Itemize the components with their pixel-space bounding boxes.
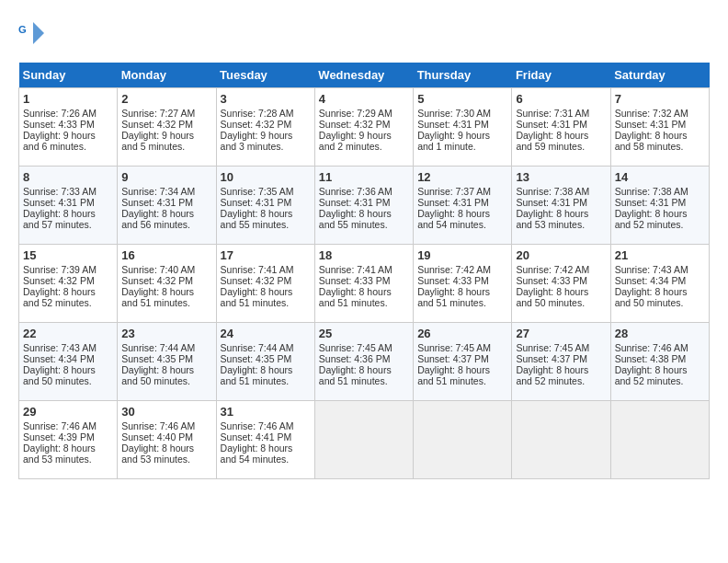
day-header-tuesday: Tuesday	[216, 63, 314, 88]
day-number: 29	[23, 405, 113, 419]
day-header-monday: Monday	[118, 63, 216, 88]
day-number: 28	[615, 327, 705, 340]
day-number: 15	[23, 248, 113, 262]
calendar-cell: 19Sunrise: 7:42 AMSunset: 4:33 PMDayligh…	[414, 245, 512, 323]
calendar-week-2: 8Sunrise: 7:33 AMSunset: 4:31 PMDaylight…	[19, 167, 710, 245]
day-number: 11	[319, 170, 409, 184]
sunrise: Sunrise: 7:31 AM	[516, 108, 589, 119]
daylight: Daylight: 8 hours and 50 minutes.	[23, 364, 96, 386]
day-number: 10	[221, 170, 311, 184]
sunset: Sunset: 4:31 PM	[615, 119, 687, 130]
day-number: 19	[417, 248, 507, 262]
calendar-cell: 17Sunrise: 7:41 AMSunset: 4:32 PMDayligh…	[216, 245, 314, 323]
sunset: Sunset: 4:35 PM	[221, 353, 292, 364]
day-number: 20	[516, 248, 606, 262]
day-number: 2	[121, 92, 211, 106]
sunrise: Sunrise: 7:30 AM	[417, 108, 491, 119]
daylight: Daylight: 8 hours and 55 minutes.	[221, 208, 293, 230]
sunrise: Sunrise: 7:38 AM	[516, 186, 589, 197]
sunset: Sunset: 4:32 PM	[319, 119, 391, 130]
daylight: Daylight: 8 hours and 51 minutes.	[221, 364, 293, 386]
daylight: Daylight: 8 hours and 51 minutes.	[417, 286, 490, 308]
calendar-cell: 9Sunrise: 7:34 AMSunset: 4:31 PMDaylight…	[118, 167, 216, 245]
calendar-cell: 3Sunrise: 7:28 AMSunset: 4:32 PMDaylight…	[216, 88, 314, 167]
sunset: Sunset: 4:31 PM	[417, 119, 489, 130]
sunset: Sunset: 4:34 PM	[615, 275, 687, 286]
sunrise: Sunrise: 7:33 AM	[23, 186, 97, 197]
sunset: Sunset: 4:39 PM	[23, 431, 95, 442]
sunrise: Sunrise: 7:44 AM	[221, 342, 294, 353]
day-number: 21	[615, 248, 705, 262]
sunrise: Sunrise: 7:35 AM	[221, 186, 294, 197]
sunrise: Sunrise: 7:46 AM	[615, 342, 688, 353]
sunset: Sunset: 4:37 PM	[417, 353, 489, 364]
daylight: Daylight: 8 hours and 54 minutes.	[221, 442, 293, 465]
day-number: 3	[221, 92, 311, 106]
calendar-cell: 13Sunrise: 7:38 AMSunset: 4:31 PMDayligh…	[512, 167, 610, 245]
day-number: 24	[221, 327, 311, 340]
sunrise: Sunrise: 7:45 AM	[516, 342, 589, 353]
day-number: 30	[121, 405, 211, 419]
sunset: Sunset: 4:35 PM	[121, 353, 193, 364]
sunrise: Sunrise: 7:45 AM	[319, 342, 392, 353]
calendar-body: 1Sunrise: 7:26 AMSunset: 4:33 PMDaylight…	[19, 88, 710, 479]
sunset: Sunset: 4:31 PM	[319, 197, 391, 208]
daylight: Daylight: 8 hours and 51 minutes.	[319, 286, 392, 308]
day-number: 6	[516, 92, 606, 106]
calendar-cell: 11Sunrise: 7:36 AMSunset: 4:31 PMDayligh…	[314, 167, 413, 245]
calendar-cell: 8Sunrise: 7:33 AMSunset: 4:31 PMDaylight…	[19, 167, 118, 245]
day-number: 14	[615, 170, 705, 184]
calendar-cell: 6Sunrise: 7:31 AMSunset: 4:31 PMDaylight…	[512, 88, 610, 167]
daylight: Daylight: 8 hours and 51 minutes.	[319, 364, 392, 386]
day-header-sunday: Sunday	[19, 63, 118, 88]
day-number: 25	[319, 327, 409, 340]
calendar-cell: 20Sunrise: 7:42 AMSunset: 4:33 PMDayligh…	[512, 245, 610, 323]
sunrise: Sunrise: 7:46 AM	[221, 420, 294, 431]
sunrise: Sunrise: 7:28 AM	[221, 108, 294, 119]
day-header-thursday: Thursday	[414, 63, 512, 88]
day-number: 8	[23, 170, 113, 184]
calendar-cell: 30Sunrise: 7:46 AMSunset: 4:40 PMDayligh…	[118, 401, 216, 479]
calendar-cell: 15Sunrise: 7:39 AMSunset: 4:32 PMDayligh…	[19, 245, 118, 323]
sunset: Sunset: 4:31 PM	[516, 197, 587, 208]
calendar-header-row: SundayMondayTuesdayWednesdayThursdayFrid…	[19, 63, 710, 88]
sunset: Sunset: 4:36 PM	[319, 353, 391, 364]
daylight: Daylight: 8 hours and 56 minutes.	[121, 208, 194, 230]
calendar-cell	[512, 401, 610, 479]
sunset: Sunset: 4:31 PM	[221, 197, 292, 208]
daylight: Daylight: 8 hours and 58 minutes.	[615, 130, 688, 152]
calendar-cell	[314, 401, 413, 479]
calendar-cell: 12Sunrise: 7:37 AMSunset: 4:31 PMDayligh…	[414, 167, 512, 245]
day-number: 5	[417, 92, 507, 106]
day-number: 27	[516, 327, 606, 340]
sunset: Sunset: 4:38 PM	[615, 353, 687, 364]
day-number: 18	[319, 248, 409, 262]
daylight: Daylight: 8 hours and 52 minutes.	[615, 208, 688, 230]
sunrise: Sunrise: 7:26 AM	[23, 108, 97, 119]
sunset: Sunset: 4:33 PM	[23, 119, 95, 130]
sunset: Sunset: 4:33 PM	[417, 275, 489, 286]
daylight: Daylight: 8 hours and 50 minutes.	[615, 286, 688, 308]
svg-marker-1	[33, 22, 44, 44]
sunrise: Sunrise: 7:38 AM	[615, 186, 688, 197]
day-number: 22	[23, 327, 113, 340]
daylight: Daylight: 8 hours and 51 minutes.	[221, 286, 293, 308]
sunset: Sunset: 4:40 PM	[121, 431, 193, 442]
sunrise: Sunrise: 7:40 AM	[121, 264, 195, 275]
calendar-week-1: 1Sunrise: 7:26 AMSunset: 4:33 PMDaylight…	[19, 88, 710, 167]
sunset: Sunset: 4:32 PM	[121, 275, 193, 286]
sunrise: Sunrise: 7:32 AM	[615, 108, 688, 119]
daylight: Daylight: 8 hours and 51 minutes.	[121, 286, 194, 308]
sunrise: Sunrise: 7:36 AM	[319, 186, 392, 197]
daylight: Daylight: 8 hours and 55 minutes.	[319, 208, 392, 230]
sunset: Sunset: 4:33 PM	[319, 275, 391, 286]
sunrise: Sunrise: 7:45 AM	[417, 342, 491, 353]
calendar-cell: 26Sunrise: 7:45 AMSunset: 4:37 PMDayligh…	[414, 323, 512, 401]
svg-text:G: G	[18, 24, 27, 35]
calendar-week-5: 29Sunrise: 7:46 AMSunset: 4:39 PMDayligh…	[19, 401, 710, 479]
sunrise: Sunrise: 7:42 AM	[417, 264, 491, 275]
calendar-cell: 18Sunrise: 7:41 AMSunset: 4:33 PMDayligh…	[314, 245, 413, 323]
calendar-cell: 31Sunrise: 7:46 AMSunset: 4:41 PMDayligh…	[216, 401, 314, 479]
sunrise: Sunrise: 7:39 AM	[23, 264, 97, 275]
calendar-cell	[414, 401, 512, 479]
